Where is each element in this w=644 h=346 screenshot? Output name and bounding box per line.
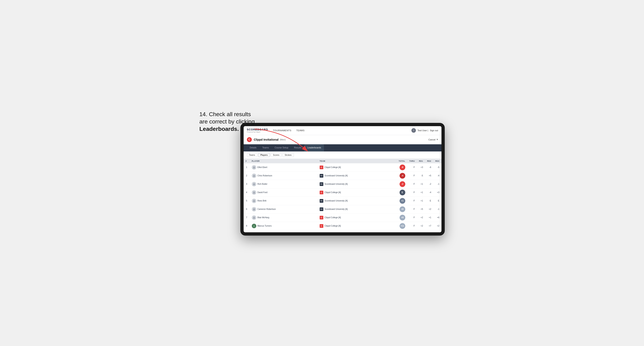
- row-rd3: -1: [433, 205, 442, 213]
- team-name: Scoreboard University [A]: [324, 200, 348, 202]
- filter-players[interactable]: Players: [258, 153, 270, 157]
- row-rd3: -1: [433, 180, 442, 188]
- team-logo: SU: [320, 207, 323, 211]
- tournament-name: Clippd Invitational: [254, 138, 278, 141]
- cancel-label: Cancel: [428, 138, 435, 141]
- table-row[interactable]: 5Rees BrittSUScoreboard University [A]+1…: [244, 196, 442, 205]
- team-name: Clippd College [A]: [324, 216, 341, 219]
- tournament-header: C Clippd Invitational (Men) Cancel ✕: [244, 135, 442, 144]
- filter-teams[interactable]: Teams: [247, 153, 257, 157]
- row-team: CClippd College [A]: [318, 188, 395, 196]
- row-rd1: +3: [417, 163, 425, 172]
- table-row[interactable]: 8Marcus TurnersCClippd College [A]+11F+2…: [244, 222, 442, 230]
- row-rd2: -4: [425, 188, 433, 196]
- cancel-button[interactable]: Cancel ✕: [428, 138, 438, 141]
- row-player: Chris Robertson: [250, 172, 318, 180]
- player-name: Marcus Turners: [258, 225, 272, 227]
- score-badge: +6: [400, 206, 405, 212]
- row-rd3: -5: [433, 163, 442, 172]
- score-badge: E: [400, 190, 405, 195]
- row-thru: F: [407, 188, 417, 196]
- table-row[interactable]: 3Rich ButlerSUScoreboard University [A]-…: [244, 180, 442, 188]
- player-name: Rees Britt: [258, 200, 266, 202]
- leaderboard-table: # PLAYER TEAM TOTAL THRU RD1 RD2 RD3 1El…: [244, 159, 442, 230]
- row-rd1: +2: [417, 222, 425, 230]
- row-player: Elliot Ebert: [250, 163, 318, 172]
- row-total: +6: [395, 205, 407, 213]
- team-logo: SU: [320, 174, 323, 177]
- user-initial: T: [413, 129, 414, 132]
- player-avatar: [252, 207, 256, 211]
- player-avatar: [252, 215, 256, 220]
- team-name: Clippd College [A]: [324, 166, 341, 169]
- player-name: Blair McHarg: [258, 216, 269, 219]
- col-rd1: RD1: [417, 159, 425, 163]
- row-rd2: +7: [425, 222, 433, 230]
- row-thru: F: [407, 163, 417, 172]
- row-total: +9: [395, 213, 407, 222]
- row-rd3: -4: [433, 172, 442, 180]
- row-position: 1: [244, 163, 250, 172]
- row-rd3: E: [433, 196, 442, 205]
- score-badge: -8: [400, 165, 405, 170]
- player-name: Rich Butler: [258, 183, 268, 185]
- table-header: # PLAYER TEAM TOTAL THRU RD1 RD2 RD3: [244, 159, 442, 163]
- cancel-icon: ✕: [436, 138, 438, 141]
- filter-scores[interactable]: Scores: [271, 153, 282, 157]
- team-name: Scoreboard University [A]: [324, 174, 348, 177]
- row-total: +1: [395, 196, 407, 205]
- team-logo: C: [320, 191, 323, 194]
- row-rd3: +6: [433, 213, 442, 222]
- tournament-logo-letter: C: [248, 138, 250, 141]
- row-position: 7: [244, 213, 250, 222]
- player-avatar: [252, 165, 256, 170]
- row-thru: F: [407, 172, 417, 180]
- team-logo: C: [320, 224, 323, 228]
- team-logo: C: [320, 216, 323, 219]
- header-right: T Test User | Sign out: [412, 128, 438, 133]
- row-player: Marcus Turners: [250, 222, 318, 230]
- row-rd2: -2: [425, 180, 433, 188]
- tab-course-setup[interactable]: Course Setup: [272, 144, 291, 152]
- score-badge: -4: [400, 173, 405, 178]
- tab-results[interactable]: Results: [291, 144, 304, 152]
- player-name: Cameron Robertson: [258, 208, 276, 210]
- row-position: 4: [244, 188, 250, 196]
- col-pos: #: [244, 159, 250, 163]
- row-thru: F: [407, 205, 417, 213]
- team-name: Scoreboard University [A]: [324, 183, 348, 185]
- row-total: -4: [395, 172, 407, 180]
- table-row[interactable]: 6Cameron RobertsonSUScoreboard Universit…: [244, 205, 442, 213]
- page-wrapper: 14. Check all results are correct by cli…: [200, 111, 445, 236]
- row-team: SUScoreboard University [A]: [318, 172, 395, 180]
- col-rd3: RD3: [433, 159, 442, 163]
- table-row[interactable]: 1Elliot EbertCClippd College [A]-8F+3-6-…: [244, 163, 442, 172]
- row-thru: F: [407, 213, 417, 222]
- row-team: CClippd College [A]: [318, 163, 395, 172]
- tab-leaderboards[interactable]: Leaderboards: [304, 144, 324, 152]
- nav-tournaments[interactable]: TOURNAMENTS: [273, 128, 291, 133]
- nav-teams[interactable]: TEAMS: [296, 128, 304, 133]
- table-body: 1Elliot EbertCClippd College [A]-8F+3-6-…: [244, 163, 442, 230]
- user-name: Test User |: [418, 129, 428, 132]
- row-position: 8: [244, 222, 250, 230]
- player-avatar: [252, 182, 256, 186]
- row-player: Cameron Robertson: [250, 205, 318, 213]
- row-position: 3: [244, 180, 250, 188]
- player-avatar: [252, 199, 256, 203]
- filter-strokes[interactable]: Strokes: [282, 153, 294, 157]
- score-badge: -2: [400, 181, 405, 187]
- tab-details[interactable]: Details: [247, 144, 260, 152]
- row-total: E: [395, 188, 407, 196]
- row-total: +11: [395, 222, 407, 230]
- table-row[interactable]: 2Chris RobertsonSUScoreboard University …: [244, 172, 442, 180]
- col-thru: THRU: [407, 159, 417, 163]
- sign-out-link[interactable]: Sign out: [430, 129, 438, 132]
- tab-teams[interactable]: Teams: [259, 144, 272, 152]
- player-avatar: [252, 224, 256, 228]
- table-row[interactable]: 4David FordCClippd College [A]EF+1-4+3: [244, 188, 442, 196]
- team-logo: SU: [320, 199, 323, 203]
- row-player: Blair McHarg: [250, 213, 318, 222]
- instruction-line1: 14. Check all results: [200, 111, 251, 117]
- table-row[interactable]: 7Blair McHargCClippd College [A]+9F+2+1+…: [244, 213, 442, 222]
